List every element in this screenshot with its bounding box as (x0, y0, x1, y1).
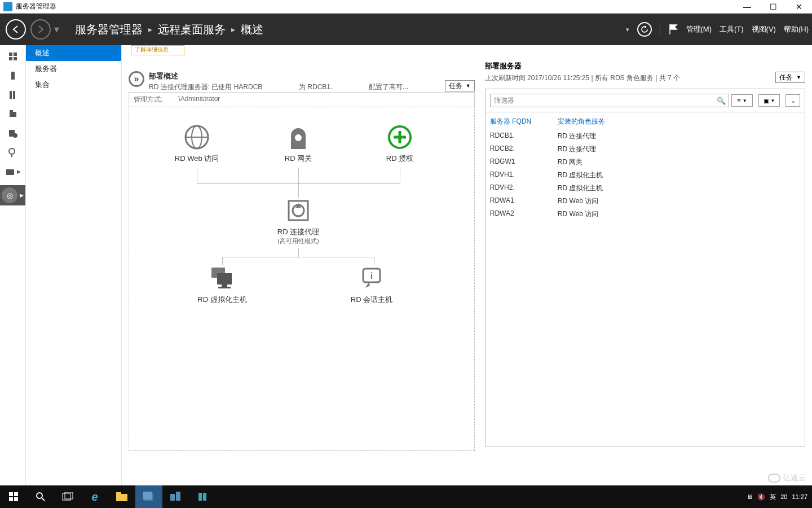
table-row[interactable]: RDCB2.RD 连接代理 (486, 143, 805, 156)
folder-icon (116, 492, 127, 501)
window-minimize[interactable]: — (734, 0, 760, 14)
svg-rect-4 (11, 72, 15, 80)
sidebar-item-overview[interactable]: 概述 (26, 45, 121, 61)
menu-tools[interactable]: 工具(T) (720, 24, 744, 34)
search-button[interactable] (27, 485, 54, 508)
deploy-overview-subtitle: RD 连接代理服务器: 已使用 HARDCB 为 RDCB1. 配置了高可... (149, 82, 439, 92)
flag-icon[interactable] (668, 24, 678, 35)
window-maximize[interactable]: ☐ (760, 0, 786, 14)
rds-overview-rail-icon[interactable]: ◎ (2, 187, 17, 203)
app-icon (197, 492, 209, 502)
table-row[interactable]: RDWA2RD Web 访问 (486, 208, 805, 221)
svg-point-11 (9, 148, 15, 154)
node-label: RD 会话主机 (332, 295, 411, 305)
col-role[interactable]: 安装的角色服务 (558, 117, 605, 126)
node-rd-web[interactable]: RD Web 访问 (157, 124, 236, 164)
taskview-button[interactable] (54, 485, 81, 508)
chevron-down-icon: ⌄ (791, 97, 796, 104)
taskbar-app1[interactable] (162, 485, 189, 508)
virt-host-icon (209, 265, 235, 291)
window-close[interactable]: ✕ (786, 0, 812, 14)
tasks-dropdown[interactable]: 任务▼ (445, 80, 475, 91)
chevron-right-icon[interactable]: ▶ (17, 169, 21, 174)
svg-rect-8 (10, 110, 13, 112)
manage-mode-label: 管理方式: (134, 95, 162, 104)
save-dropdown[interactable]: ▣▼ (758, 94, 780, 107)
sidebar-item-servers[interactable]: 服务器 (26, 61, 121, 77)
refresh-icon (641, 25, 648, 33)
group-dropdown[interactable]: ≡▼ (731, 94, 753, 107)
sidebar-item-collections[interactable]: 集合 (26, 77, 121, 93)
filter-input[interactable] (490, 94, 729, 107)
connector-line (374, 257, 374, 265)
connector-line (197, 168, 197, 184)
all-servers-icon[interactable] (7, 89, 19, 100)
svg-line-34 (42, 498, 45, 501)
titlebar: 服务器管理器 — ☐ ✕ (0, 0, 812, 14)
node-rd-virt[interactable]: RD 虚拟化主机 (183, 265, 262, 305)
iis-icon[interactable] (7, 128, 19, 139)
tasks-dropdown[interactable]: 任务▼ (775, 72, 805, 83)
start-button[interactable] (0, 485, 27, 508)
node-label: RD 授权 (360, 154, 439, 164)
svg-rect-5 (10, 91, 12, 99)
node-rd-broker[interactable]: RD 连接代理 (高可用性模式) (259, 198, 338, 246)
tray-ime[interactable]: 英 (770, 493, 776, 501)
node-rd-license[interactable]: RD 授权 (360, 124, 439, 164)
nav-back[interactable] (6, 19, 26, 40)
table-row[interactable]: RDVH1.RD 虚拟化主机 (486, 169, 805, 182)
svg-rect-6 (13, 91, 15, 99)
search-icon[interactable]: 🔍 (717, 97, 726, 105)
crumb-rds[interactable]: 远程桌面服务 (158, 22, 226, 37)
table-row[interactable]: RDVH2.RD 虚拟化主机 (486, 182, 805, 195)
deploy-overview-header: » 部署概述 RD 连接代理服务器: 已使用 HARDCB 为 RDCB1. 配… (129, 71, 475, 92)
info-banner[interactable]: 了解详细信息 (131, 45, 184, 55)
svg-rect-30 (14, 492, 18, 496)
header-caret-icon[interactable]: ▾ (626, 26, 629, 33)
col-fqdn[interactable]: 服务器 FQDN (490, 117, 558, 126)
cell-fqdn: RDWA2 (490, 209, 558, 219)
local-server-icon[interactable] (7, 70, 19, 81)
menu-manage[interactable]: 管理(M) (686, 24, 712, 34)
table-row[interactable]: RDWA1RD Web 访问 (486, 195, 805, 208)
nap-icon[interactable] (7, 147, 19, 158)
file-services-icon[interactable] (7, 108, 19, 120)
taskbar-app2[interactable] (189, 485, 217, 508)
table-row[interactable]: RDGW1RD 网关 (486, 156, 805, 169)
deploy-servers-status: 上次刷新时间 2017/10/26 11:25:25 | 所有 RDS 角色服务… (485, 73, 770, 83)
deploy-overview-icon: » (129, 71, 144, 87)
chevron-right-icon[interactable]: ▶ (20, 192, 24, 198)
node-rd-gateway[interactable]: RD 网关 (259, 124, 338, 164)
menu-help[interactable]: 帮助(H) (784, 24, 809, 34)
crumb-sep-icon: ▸ (231, 25, 235, 34)
svg-rect-32 (14, 497, 18, 501)
tray-network-icon[interactable]: 🖥 (747, 493, 753, 500)
taskbar-ie[interactable]: e (81, 485, 108, 508)
nav-forward[interactable] (30, 19, 51, 40)
breadcrumb: 服务器管理器 ▸ 远程桌面服务 ▸ 概述 (75, 22, 263, 37)
taskbar-server-manager[interactable] (135, 485, 162, 508)
crumb-overview[interactable]: 概述 (241, 22, 263, 37)
rds-rail-icon[interactable] (5, 166, 16, 177)
svg-rect-0 (9, 52, 12, 56)
tray-time[interactable]: 11:27 (792, 493, 807, 500)
node-label: RD 虚拟化主机 (183, 295, 262, 305)
manage-mode-value: \Administrator (178, 95, 220, 104)
nav-dropdown[interactable]: ▾ (54, 23, 59, 36)
taskbar-explorer[interactable] (108, 485, 135, 508)
menu-view[interactable]: 视图(V) (752, 24, 776, 34)
expand-button[interactable]: ⌄ (785, 94, 800, 107)
tray-ime2[interactable]: 20 (780, 493, 787, 500)
tray-volume-icon[interactable]: 🔇 (757, 493, 765, 501)
node-rd-session[interactable]: i RD 会话主机 (332, 265, 411, 305)
dashboard-icon[interactable] (7, 51, 19, 62)
app-icon (3, 2, 12, 11)
taskbar: e 🖥 🔇 英 20 11:27 (0, 485, 812, 508)
connector-line (400, 168, 400, 184)
crumb-root[interactable]: 服务器管理器 (75, 22, 143, 37)
svg-rect-29 (9, 492, 13, 496)
table-row[interactable]: RDCB1.RD 连接代理 (486, 130, 805, 143)
refresh-button[interactable] (637, 22, 652, 37)
windows-icon (9, 492, 18, 501)
svg-rect-40 (143, 492, 152, 500)
